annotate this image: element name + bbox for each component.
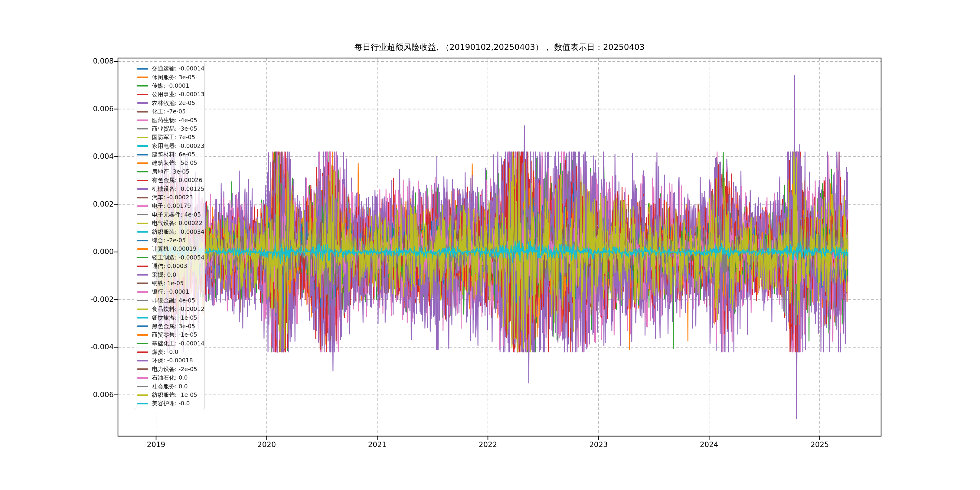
legend-item: 医药生物: -4e-05	[134, 116, 204, 124]
legend-line-swatch	[137, 188, 148, 190]
legend-item-label: 建筑材料: 6e-05	[152, 151, 195, 159]
legend-item-label: 商业贸易: -3e-05	[152, 125, 197, 133]
legend-line-swatch	[137, 266, 148, 267]
legend-item-label: 机械设备: -0.00125	[152, 185, 204, 193]
legend-item: 轻工制造: -0.00054	[134, 253, 204, 262]
legend-item: 交通运输: -0.00014	[134, 64, 204, 73]
legend-item-label: 计算机: 0.00019	[152, 245, 197, 253]
legend-line-swatch	[137, 180, 148, 181]
legend-line-swatch	[137, 76, 148, 78]
x-tick-label: 2020	[246, 441, 288, 449]
x-tick-label: 2019	[135, 441, 177, 449]
legend-item: 国防军工: 7e-05	[134, 133, 204, 142]
legend-line-swatch	[137, 309, 148, 310]
legend-line-swatch	[137, 128, 148, 129]
legend-item: 环保: -0.00018	[134, 356, 204, 365]
legend-item: 美容护理: -0.0	[134, 399, 204, 408]
legend-item-label: 煤炭: -0.0	[152, 348, 178, 356]
legend-line-swatch	[137, 154, 148, 156]
legend-line-swatch	[137, 205, 148, 207]
legend-line-swatch	[137, 368, 148, 370]
legend: 交通运输: -0.00014休闲服务: 3e-05传媒: -0.0001公用事业…	[134, 62, 205, 410]
y-tick-label: -0.006	[75, 390, 114, 399]
legend-item-label: 综合: -2e-05	[152, 237, 186, 244]
legend-item: 房地产: 3e-05	[134, 167, 204, 176]
legend-item: 电子: 0.00179	[134, 202, 204, 210]
legend-line-swatch	[137, 223, 148, 224]
legend-item-label: 环保: -0.00018	[152, 356, 193, 364]
legend-item: 有色金属: 0.00026	[134, 176, 204, 185]
legend-line-swatch	[137, 352, 148, 353]
legend-line-swatch	[137, 317, 148, 318]
legend-item: 非银金融: 4e-05	[134, 296, 204, 305]
y-tick-label: 0.000	[75, 247, 114, 256]
legend-line-swatch	[137, 300, 148, 301]
legend-item: 传媒: -0.0001	[134, 82, 204, 90]
legend-item: 石油石化: 0.0	[134, 374, 204, 382]
legend-item: 社会服务: 0.0	[134, 382, 204, 390]
legend-line-swatch	[137, 395, 148, 396]
legend-item-label: 通信: 0.0003	[152, 262, 187, 270]
legend-item-label: 家用电器: -0.00023	[152, 142, 204, 150]
x-tick-label: 2023	[578, 441, 620, 449]
legend-item: 休闲服务: 3e-05	[134, 73, 204, 81]
x-tick-label: 2025	[799, 441, 841, 449]
legend-item-label: 公用事业: -0.00013	[152, 91, 204, 98]
legend-item: 商业贸易: -3e-05	[134, 125, 204, 133]
legend-item: 机械设备: -0.00125	[134, 185, 204, 193]
chart-title: 每日行业超额风险收益, （20190102,20250403）， 数值表示日：2…	[118, 42, 881, 52]
legend-item-label: 休闲服务: 3e-05	[152, 73, 195, 81]
legend-line-swatch	[137, 283, 148, 284]
y-tick-label: -0.002	[75, 295, 114, 304]
legend-item-label: 有色金属: 0.00026	[152, 177, 202, 184]
legend-item-label: 建筑装饰: -5e-05	[152, 159, 197, 167]
legend-item-label: 房地产: 3e-05	[152, 168, 189, 176]
legend-line-swatch	[137, 162, 148, 164]
legend-line-swatch	[137, 145, 148, 147]
legend-line-swatch	[137, 119, 148, 121]
x-tick-label: 2024	[688, 441, 730, 449]
legend-item-label: 食品饮料: -0.00012	[152, 305, 204, 313]
legend-item: 采掘: 0.0	[134, 270, 204, 279]
legend-line-swatch	[137, 111, 148, 113]
legend-item: 通信: 0.0003	[134, 262, 204, 270]
x-tick-label: 2021	[356, 441, 398, 449]
legend-line-swatch	[137, 334, 148, 336]
legend-item: 建筑装饰: -5e-05	[134, 159, 204, 167]
legend-item-label: 电力设备: -2e-05	[152, 365, 197, 373]
legend-item: 银行: -0.0001	[134, 288, 204, 296]
legend-item: 电子元器件: 4e-05	[134, 210, 204, 219]
legend-item-label: 餐饮旅游: -1e-05	[152, 314, 197, 322]
legend-item: 钢铁: 1e-05	[134, 279, 204, 288]
legend-item: 电气设备: 0.00022	[134, 219, 204, 228]
legend-item-label: 非银金融: 4e-05	[152, 297, 195, 305]
legend-item: 商贸零售: -1e-05	[134, 331, 204, 339]
legend-line-swatch	[137, 343, 148, 344]
legend-item-label: 轻工制造: -0.00054	[152, 254, 204, 262]
legend-line-swatch	[137, 403, 148, 404]
legend-item-label: 商贸零售: -1e-05	[152, 331, 197, 339]
legend-item-label: 国防军工: 7e-05	[152, 134, 195, 141]
legend-item-label: 农林牧渔: 2e-05	[152, 99, 195, 107]
legend-line-swatch	[137, 94, 148, 95]
x-tick-label: 2022	[467, 441, 509, 449]
legend-line-swatch	[137, 68, 148, 70]
figure: 每日行业超额风险收益, （20190102,20250403）， 数值表示日：2…	[0, 0, 980, 490]
legend-line-swatch	[137, 214, 148, 215]
legend-item: 建筑材料: 6e-05	[134, 150, 204, 159]
legend-item: 黑色金属: 3e-05	[134, 322, 204, 331]
legend-item-label: 社会服务: 0.0	[152, 383, 188, 390]
y-tick-label: 0.008	[75, 57, 114, 65]
legend-line-swatch	[137, 377, 148, 379]
legend-line-swatch	[137, 171, 148, 172]
legend-item-label: 基础化工: -0.00014	[152, 340, 204, 348]
legend-line-swatch	[137, 325, 148, 327]
legend-line-swatch	[137, 85, 148, 86]
y-tick-label: 0.004	[75, 152, 114, 161]
legend-item: 餐饮旅游: -1e-05	[134, 313, 204, 322]
legend-item-label: 电子元器件: 4e-05	[152, 211, 201, 219]
legend-line-swatch	[137, 248, 148, 250]
legend-item-label: 交通运输: -0.00014	[152, 65, 204, 73]
legend-line-swatch	[137, 240, 148, 241]
legend-item: 农林牧渔: 2e-05	[134, 99, 204, 107]
